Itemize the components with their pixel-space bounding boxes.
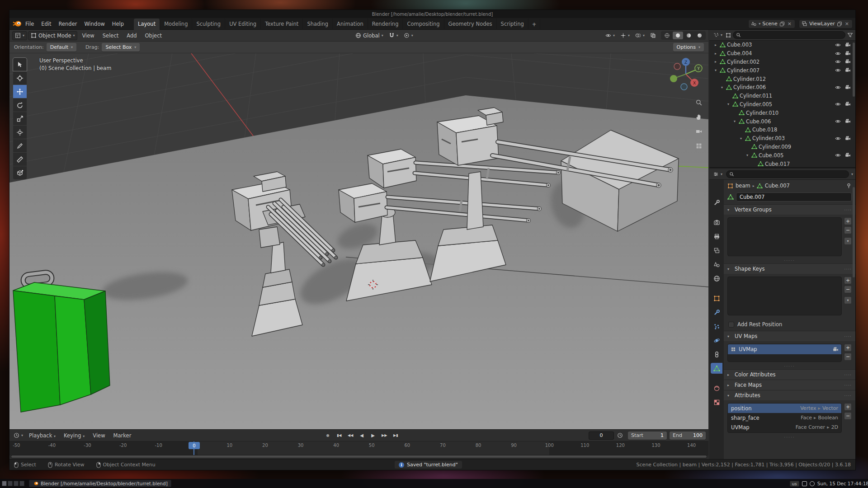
- vertex-groups-list[interactable]: [727, 217, 842, 256]
- tab-object[interactable]: [711, 293, 722, 304]
- remove-attribute-button[interactable]: −: [844, 412, 852, 420]
- workspace-tab-rendering[interactable]: Rendering: [368, 19, 403, 30]
- editor-type-button[interactable]: ▾: [712, 31, 724, 39]
- menu-help[interactable]: Help: [108, 19, 127, 29]
- toggle-xray-button[interactable]: [648, 32, 658, 39]
- camera-icon[interactable]: [845, 67, 851, 73]
- menu-view[interactable]: View: [78, 31, 98, 41]
- shape-keys-list[interactable]: [727, 277, 842, 315]
- outliner-row[interactable]: ▸Cylinder.002: [709, 58, 852, 66]
- expand-toggle[interactable]: ▾: [713, 68, 718, 72]
- menu-file[interactable]: File: [22, 19, 38, 29]
- camera-icon[interactable]: [845, 59, 851, 65]
- workspace-tab-animation[interactable]: Animation: [333, 19, 368, 30]
- frame-end-field[interactable]: End 100: [670, 432, 706, 440]
- menu-edit[interactable]: Edit: [38, 19, 55, 29]
- outliner-row[interactable]: ▾Cylinder.005: [709, 100, 852, 109]
- shape-key-specials-button[interactable]: ▾: [844, 296, 852, 304]
- transform-orientation-dropdown[interactable]: Global ▾: [353, 32, 386, 40]
- scene-browse-caret[interactable]: ▾: [759, 22, 760, 26]
- face-maps-panel-header[interactable]: ▸ Face Maps ····: [724, 380, 855, 390]
- scale-tool-button[interactable]: [13, 112, 27, 125]
- add-attribute-button[interactable]: +: [844, 403, 852, 411]
- tab-view-layer[interactable]: [711, 245, 722, 256]
- keyboard-layout-indicator[interactable]: us: [790, 481, 799, 487]
- camera-icon[interactable]: [845, 101, 851, 107]
- outliner-row[interactable]: Cylinder.010: [709, 108, 852, 117]
- eye-icon[interactable]: [835, 67, 841, 73]
- camera-icon[interactable]: [845, 152, 851, 158]
- data-name-field[interactable]: Cube.007: [736, 192, 852, 202]
- shading-wireframe-button[interactable]: [662, 32, 672, 39]
- camera-icon[interactable]: [845, 84, 851, 90]
- expand-toggle[interactable]: ▾: [745, 153, 750, 157]
- tab-scene[interactable]: [711, 259, 722, 270]
- outliner-row[interactable]: ▸Cube.004: [709, 49, 852, 58]
- pin-icon[interactable]: [846, 183, 852, 189]
- outliner-row[interactable]: ▾Cube.006: [709, 117, 852, 126]
- blender-logo-icon[interactable]: [12, 20, 22, 27]
- outliner-row[interactable]: ▾Cylinder.003: [709, 134, 852, 143]
- remove-view-layer-button[interactable]: ×: [844, 21, 850, 27]
- snapping-dropdown-caret[interactable]: ▾: [396, 33, 398, 38]
- tab-render[interactable]: [711, 217, 722, 228]
- camera-view-button[interactable]: [693, 126, 704, 137]
- tab-constraints[interactable]: [711, 349, 722, 360]
- remove-uv-map-button[interactable]: −: [844, 353, 852, 361]
- workspace-tab-texture-paint[interactable]: Texture Paint: [261, 19, 303, 30]
- properties-options-caret[interactable]: ▾: [851, 172, 853, 176]
- workspace-tab-compositing[interactable]: Compositing: [403, 19, 444, 30]
- menu-object[interactable]: Object: [142, 31, 165, 41]
- green-box-object[interactable]: [13, 272, 110, 412]
- menu-render[interactable]: Render: [55, 19, 81, 29]
- properties-search-input[interactable]: [726, 170, 849, 178]
- camera-icon[interactable]: [833, 347, 839, 352]
- eye-icon[interactable]: [835, 118, 841, 124]
- tab-particles[interactable]: [711, 321, 722, 332]
- tab-texture[interactable]: [711, 397, 722, 408]
- add-vertex-group-button[interactable]: +: [844, 217, 852, 225]
- show-gizmos-toggle[interactable]: ▾: [618, 32, 632, 39]
- outliner-scrollbar[interactable]: [853, 42, 855, 97]
- show-overlays-toggle[interactable]: ▾: [633, 32, 647, 39]
- color-attributes-panel-header[interactable]: ▸ Color Attributes ····: [724, 370, 855, 380]
- outliner-row[interactable]: Cube.018: [709, 126, 852, 134]
- unlink-scene-button[interactable]: ×: [787, 21, 793, 27]
- vertex-group-specials-button[interactable]: ▾: [844, 237, 852, 245]
- outliner-row[interactable]: Cylinder.011: [709, 92, 852, 100]
- gizmo-y-neg-axis[interactable]: [670, 75, 677, 82]
- new-scene-icon[interactable]: [779, 21, 785, 27]
- menu-add[interactable]: Add: [123, 31, 140, 41]
- menu-select[interactable]: Select: [99, 31, 122, 41]
- add-uv-map-button[interactable]: +: [844, 344, 852, 352]
- menu-playback[interactable]: Playback ▾: [25, 431, 59, 441]
- shading-solid-button[interactable]: [673, 32, 683, 39]
- add-shape-key-button[interactable]: +: [844, 277, 852, 284]
- drag-dropdown[interactable]: Select Box ▾: [102, 43, 140, 52]
- eye-icon[interactable]: [835, 152, 841, 158]
- rotate-tool-button[interactable]: [13, 99, 27, 112]
- expand-toggle[interactable]: ▸: [713, 60, 718, 64]
- navigation-gizmo[interactable]: Z Y X: [668, 56, 704, 92]
- outliner-row[interactable]: ▾Cube.005: [709, 151, 852, 160]
- camera-icon[interactable]: [845, 118, 851, 124]
- annotate-tool-button[interactable]: [13, 139, 27, 152]
- eye-icon[interactable]: [835, 51, 841, 56]
- object-type-visibility-dropdown[interactable]: ▾: [603, 32, 617, 39]
- move-view-button[interactable]: [693, 111, 704, 122]
- expand-toggle[interactable]: ▾: [738, 136, 744, 141]
- transform-tool-button[interactable]: [13, 126, 27, 139]
- auto-keying-toggle[interactable]: ●: [323, 431, 333, 440]
- tab-object-data[interactable]: [711, 363, 722, 374]
- outliner-search-input[interactable]: [733, 31, 845, 39]
- scene-selector[interactable]: ▾ Scene ×: [748, 19, 795, 28]
- outliner-row[interactable]: Cube.017: [709, 160, 852, 167]
- frame-start-field[interactable]: Start 1: [628, 432, 667, 440]
- measure-tool-button[interactable]: [13, 153, 27, 166]
- jump-to-end-button[interactable]: ▶▮: [391, 431, 401, 440]
- panel-resize-grip[interactable]: ·····: [724, 365, 855, 369]
- gizmo-x-neg-axis[interactable]: [674, 63, 680, 70]
- cursor-tool-button[interactable]: [13, 71, 27, 84]
- outliner-row[interactable]: Cylinder.012: [709, 75, 852, 83]
- window-title-bar[interactable]: Blender [/home/amalie/Desktop/blender/tu…: [9, 10, 855, 18]
